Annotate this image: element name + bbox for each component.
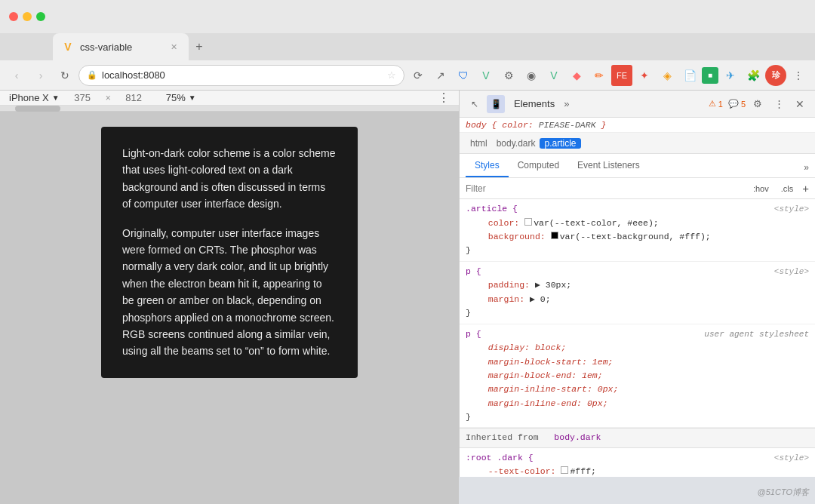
toolbar-icons: ⟳ ↗ 🛡 V ⚙ ◉ V ◆ ✏ FE ✦ ◈ 📄 ■ ✈ 🧩 珍 ⋮ <box>408 65 809 86</box>
traffic-light-red[interactable] <box>9 12 18 21</box>
devtools-more-icon[interactable]: ⋮ <box>770 95 788 113</box>
ext5-icon[interactable]: ✏ <box>589 65 610 86</box>
ext8-icon[interactable]: ◈ <box>657 65 678 86</box>
tab-bar: V css-variable ✕ + <box>0 33 815 60</box>
css-prop-mbs: margin-block-start: 1em; <box>466 355 809 369</box>
add-style-button[interactable]: + <box>802 182 809 195</box>
devtools-toolbar: ↖ 📱 Elements » ⚠ 1 💬 5 ⚙ ⋮ ✕ <box>460 91 815 118</box>
css-close-p2: } <box>466 410 809 424</box>
browser-viewport: Light-on-dark color scheme is a color sc… <box>0 112 459 504</box>
ext9-icon[interactable]: 📄 <box>679 65 700 86</box>
traffic-lights <box>9 12 45 21</box>
message-count: 5 <box>741 100 746 109</box>
zoom-value: 75% <box>166 92 186 103</box>
ext6-icon[interactable]: FE <box>611 65 632 86</box>
puzzle-icon[interactable]: 🧩 <box>743 65 764 86</box>
tab-close-icon[interactable]: ✕ <box>168 41 180 53</box>
active-tab[interactable]: V css-variable ✕ <box>53 33 189 60</box>
ext3-icon[interactable]: V <box>543 65 564 86</box>
color-swatch-black[interactable] <box>551 232 558 239</box>
css-selector-line-article: .article { <style> <box>466 202 809 217</box>
ext1-icon[interactable]: ⚙ <box>498 65 519 86</box>
device-icon[interactable]: 📱 <box>487 95 505 113</box>
ext7-icon[interactable]: ✦ <box>634 65 655 86</box>
inherited-header: Inherited from body.dark <box>460 428 815 447</box>
tabs-more-button[interactable]: » <box>804 162 809 177</box>
pseudo-filter-button[interactable]: :hov <box>750 183 772 195</box>
breadcrumb-body[interactable]: body.dark <box>492 138 540 149</box>
traffic-light-green[interactable] <box>36 12 45 21</box>
article-content: Light-on-dark color scheme is a color sc… <box>122 145 337 360</box>
devtools-close-icon[interactable]: ✕ <box>791 95 809 113</box>
swatch-fff[interactable] <box>561 466 568 474</box>
title-bar <box>0 0 815 33</box>
cursor-icon[interactable]: ↖ <box>466 95 484 113</box>
css-selector-p1: p { <box>466 265 481 278</box>
viewport-more-button[interactable]: ⋮ <box>438 91 450 105</box>
zoom-selector[interactable]: 75% ▼ <box>166 92 196 103</box>
css-block-p1: p { <style> padding: ▶ 30px; margin: ▶ 0… <box>460 262 815 324</box>
browser-viewport-container: iPhone X ▼ 375 × 812 75% ▼ ⋮ Light-on-da… <box>0 91 459 477</box>
css-close-p1: } <box>466 306 809 320</box>
css-selector-line-p1: p { <style> <box>466 265 809 279</box>
device-selector[interactable]: iPhone X ▼ <box>9 92 60 103</box>
share-icon[interactable]: ↗ <box>430 65 451 86</box>
tab-event-listeners[interactable]: Event Listeners <box>568 155 649 177</box>
css-preview-top: body { color: PIEASE-DARK } <box>460 118 815 133</box>
css-prop-padding: padding: ▶ 30px; <box>466 278 809 292</box>
color-swatch-white[interactable] <box>524 218 532 226</box>
css-prop-margin: margin: ▶ 0; <box>466 293 809 306</box>
tab-styles[interactable]: Styles <box>466 155 509 177</box>
width-input[interactable]: 375 <box>66 92 100 103</box>
ext10-icon[interactable]: ■ <box>702 67 718 84</box>
viewport-bar: iPhone X ▼ 375 × 812 75% ▼ ⋮ <box>0 91 459 106</box>
css-prop-text-color: --text-color: #fff; <box>466 465 809 477</box>
url-text: localhost:8080 <box>102 69 165 81</box>
url-bar[interactable]: 🔒 localhost:8080 ☆ <box>78 65 404 86</box>
css-prop-mis: margin-inline-start: 0px; <box>466 383 809 396</box>
bookmark-icon[interactable]: ☆ <box>387 69 396 81</box>
zoom-chevron-icon: ▼ <box>189 94 196 102</box>
tab-title: css-variable <box>80 41 161 53</box>
breadcrumb: html body.dark p.article <box>460 133 815 154</box>
browser-chrome: V css-variable ✕ + ‹ › ↻ 🔒 localhost:808… <box>0 0 815 91</box>
devtools-settings-icon[interactable]: ⚙ <box>749 95 767 113</box>
traffic-light-yellow[interactable] <box>23 12 32 21</box>
tab-computed[interactable]: Computed <box>509 155 568 177</box>
ext4-icon[interactable]: ◆ <box>566 65 587 86</box>
ext2-icon[interactable]: ◉ <box>521 65 542 86</box>
breadcrumb-html[interactable]: html <box>466 138 492 149</box>
device-name: iPhone X <box>9 92 49 103</box>
breadcrumb-p[interactable]: p.article <box>540 138 580 149</box>
warning-badge: ⚠ 1 💬 5 <box>709 99 746 109</box>
css-selector-line-root: :root .dark { <style> <box>466 451 809 466</box>
vuejs-icon[interactable]: V <box>475 65 497 86</box>
reload-button[interactable]: ↻ <box>54 65 75 86</box>
styles-panel: .article { <style> color: var(--text-col… <box>460 199 815 477</box>
inherited-label: Inherited from <box>466 432 539 442</box>
scroll-thumb[interactable] <box>15 106 60 112</box>
devtools-panel: ↖ 📱 Elements » ⚠ 1 💬 5 ⚙ ⋮ ✕ body { colo… <box>459 91 815 477</box>
filter-input[interactable] <box>466 183 744 194</box>
ext11-icon[interactable]: ✈ <box>720 65 741 86</box>
more-panels-button[interactable]: » <box>564 98 569 109</box>
warning-count: 1 <box>718 100 723 109</box>
filter-bar: :hov .cls + <box>460 178 815 199</box>
avatar[interactable]: 珍 <box>765 65 786 86</box>
back-button[interactable]: ‹ <box>6 65 27 86</box>
css-source-article: <style> <box>774 203 809 217</box>
watermark: @51CTO博客 <box>758 487 809 498</box>
forward-button[interactable]: › <box>30 65 51 86</box>
new-tab-button[interactable]: + <box>189 36 210 57</box>
css-block-p2: p { user agent stylesheet display: block… <box>460 324 815 429</box>
css-close-article: } <box>466 244 809 257</box>
menu-button[interactable]: ⋮ <box>788 65 809 86</box>
extensions-icon[interactable]: ⟳ <box>408 65 429 86</box>
css-selector-p2: p { <box>466 327 481 341</box>
tab-favicon: V <box>62 41 74 53</box>
shield-icon[interactable]: 🛡 <box>453 65 474 86</box>
address-bar: ‹ › ↻ 🔒 localhost:8080 ☆ ⟳ ↗ 🛡 V ⚙ ◉ V ◆… <box>0 60 815 91</box>
elements-title[interactable]: Elements <box>514 98 555 109</box>
height-input[interactable]: 812 <box>117 92 151 103</box>
class-filter-button[interactable]: .cls <box>778 183 797 195</box>
